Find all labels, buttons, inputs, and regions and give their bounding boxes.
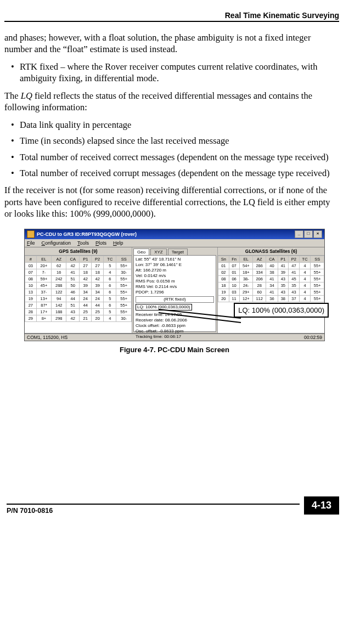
pdop-field: PDOP: 1.7296 [136, 290, 214, 295]
maximize-button[interactable]: □ [304, 230, 313, 238]
menu-help[interactable]: Help [113, 240, 123, 246]
table-row: 1913+94442424555+ [25, 295, 132, 302]
column-header: P1 [80, 256, 92, 262]
column-header: P2 [289, 256, 300, 262]
column-header: AZ [253, 256, 266, 262]
osc-offset: Osc. offset: -0.8633 ppm [136, 329, 214, 334]
list-item: Data link quality in percentage [11, 119, 339, 131]
status-time: 00:02:59 [304, 335, 322, 340]
rmspos-field: RMS Pos: 0.0158 m [136, 279, 214, 284]
tracking-time: Tracking time: 00:06:17 [136, 334, 214, 340]
page-number: 4-13 [304, 496, 339, 515]
section-title: Real Time Kinematic Surveying [225, 11, 339, 20]
list-item: Total number of received corrupt message… [11, 167, 339, 179]
paragraph: If the receiver is not (for some reason)… [4, 184, 339, 219]
window-title: PC-CDU to GR3 ID:R8PT93QGQGW (rover) [37, 231, 137, 237]
part-number: P/N 7010-0816 [7, 504, 300, 515]
table-row: 1045+288503939655+ [25, 282, 132, 289]
gps-panel-title: GPS Satellites (9) [25, 247, 132, 256]
menu-configuration[interactable]: Configuration [42, 240, 71, 246]
menubar: File Configuration Tools Plots Help [25, 239, 324, 247]
column-header: Sn [218, 256, 229, 262]
paragraph: The LQ field reflects the status of the … [4, 90, 339, 114]
column-header: Fn [229, 256, 239, 262]
lon-field: Lon: 37° 39' 06.1461" E [136, 262, 214, 268]
tab-xyz[interactable]: XYZ [150, 248, 167, 255]
glonass-panel-title: GLONASS Satellites (6) [218, 247, 324, 256]
table-row: 190329+60414343455+ [218, 289, 324, 295]
alt-field: Alt: 166.2720 m [136, 268, 214, 273]
column-header: SS [311, 256, 324, 262]
table-row: 2817+188432525555+ [25, 308, 132, 315]
column-header: TC [299, 256, 311, 262]
vel-field: Vel: 0.0142 m/s [136, 273, 214, 279]
gps-table: #ELAZCAP1P2TCSS 0320+62422727555+077-164… [25, 256, 132, 322]
status-port: COM1, 115200, HS [27, 335, 67, 340]
column-header: CA [66, 256, 80, 262]
body-text: and phases; however, with a float soluti… [4, 32, 339, 220]
list-item: RTK fixed – where the Rover receiver com… [11, 61, 339, 84]
table-row: 181024-28343535455+ [218, 282, 324, 289]
table-row: 080638-206414345455+ [218, 275, 324, 282]
column-header: AZ [52, 256, 66, 262]
table-row: 0320+62422727555+ [25, 262, 132, 269]
tab-target[interactable]: Target [168, 248, 188, 255]
column-header: P2 [92, 256, 104, 262]
table-row: 010754+286404147455+ [218, 262, 324, 269]
callout: LQ: 100% (000,0363,0000) [234, 303, 329, 318]
table-row: 298+298422120430- [25, 315, 132, 321]
titlebar: PC-CDU to GR3 ID:R8PT93QGQGW (rover) _ □… [25, 229, 324, 239]
column-header: # [25, 256, 37, 262]
app-icon [27, 230, 35, 238]
table-row: 020118+334383941455+ [218, 269, 324, 275]
column-header: TC [104, 256, 116, 262]
list-item: Time (in seconds) elapsed since the last… [11, 135, 339, 146]
paragraph: and phases; however, with a float soluti… [4, 32, 339, 55]
lat-field: Lat: 55° 43' 18.7161" N [136, 257, 214, 262]
menu-tools[interactable]: Tools [77, 240, 89, 246]
close-button[interactable]: × [313, 230, 322, 238]
minimize-button[interactable]: _ [295, 230, 303, 238]
table-row: 2787*142514444655+ [25, 302, 132, 308]
callout-label: LQ: 100% (000,0363,0000) [234, 303, 329, 318]
menu-file[interactable]: File [27, 240, 35, 246]
column-header: P1 [278, 256, 289, 262]
page-header: Real Time Kinematic Surveying [4, 11, 339, 22]
figure-caption: Figure 4-7. PC-CDU Main Screen [24, 346, 325, 354]
list-item: Total number of received correct message… [11, 151, 339, 163]
rmsvel-field: RMS Vel: 0.2114 m/s [136, 284, 214, 290]
column-header: EL [239, 256, 252, 262]
figure: PC-CDU to GR3 ID:R8PT93QGQGW (rover) _ □… [24, 229, 325, 354]
column-header: CA [266, 256, 278, 262]
app-window: PC-CDU to GR3 ID:R8PT93QGQGW (rover) _ □… [24, 229, 325, 341]
tab-geo[interactable]: Geo [133, 248, 149, 255]
page-footer: P/N 7010-0816 4-13 [4, 496, 339, 515]
table-row: 077-16411818430- [25, 269, 132, 275]
glonass-table: SnFnELAZCAP1P2TCSS 010754+286404147455+0… [218, 256, 324, 302]
table-row: 0859+242514242655+ [25, 275, 132, 282]
column-header: SS [116, 256, 132, 262]
table-row: 1337-122463434655+ [25, 289, 132, 295]
column-header: EL [36, 256, 51, 262]
menu-plots[interactable]: Plots [95, 240, 106, 246]
